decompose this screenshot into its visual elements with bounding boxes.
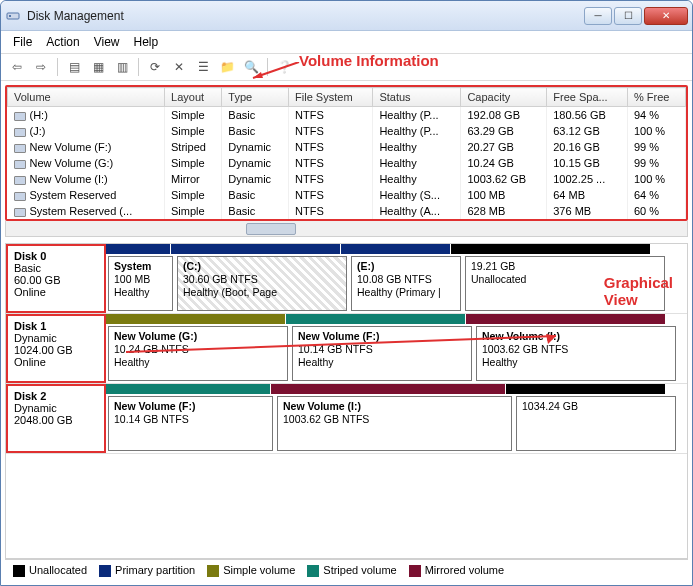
volume-box[interactable]: System100 MBHealthy <box>108 256 173 311</box>
stripe-segment <box>466 314 666 324</box>
forward-button[interactable]: ⇨ <box>31 57 51 77</box>
titlebar[interactable]: Disk Management ─ ☐ ✕ <box>1 1 692 31</box>
table-row[interactable]: System ReservedSimpleBasicNTFSHealthy (S… <box>8 187 686 203</box>
volume-box[interactable]: (C:)30.60 GB NTFSHealthy (Boot, Page <box>177 256 347 311</box>
disk-row: Disk 0Basic60.00 GBOnlineSystem100 MBHea… <box>6 244 687 314</box>
stripe-segment <box>171 244 341 254</box>
disk-row: Disk 2Dynamic2048.00 GBNew Volume (F:)10… <box>6 384 687 454</box>
column-header[interactable]: % Free <box>627 88 685 107</box>
table-row[interactable]: New Volume (G:)SimpleDynamicNTFSHealthy1… <box>8 155 686 171</box>
disk-management-window: Disk Management ─ ☐ ✕ File Action View H… <box>0 0 693 586</box>
legend-item: Primary partition <box>99 564 195 577</box>
stripe-segment <box>286 314 466 324</box>
volume-icon <box>14 128 26 137</box>
stripe-segment <box>271 384 506 394</box>
volume-icon <box>14 144 26 153</box>
stripe-segment <box>506 384 666 394</box>
minimize-button[interactable]: ─ <box>584 7 612 25</box>
stripe-segment <box>106 384 271 394</box>
refresh-button[interactable]: ⟳ <box>145 57 165 77</box>
legend-item: Mirrored volume <box>409 564 504 577</box>
volume-box[interactable]: New Volume (G:)10.24 GB NTFSHealthy <box>108 326 288 381</box>
graphical-view[interactable]: Graphical View Disk 0Basic60.00 GBOnline… <box>5 243 688 559</box>
legend-item: Striped volume <box>307 564 396 577</box>
volume-icon <box>14 192 26 201</box>
column-header[interactable]: File System <box>289 88 373 107</box>
table-row[interactable]: System Reserved (...SimpleBasicNTFSHealt… <box>8 203 686 219</box>
delete-button[interactable]: ✕ <box>169 57 189 77</box>
stripe-segment <box>451 244 651 254</box>
column-header[interactable]: Layout <box>165 88 222 107</box>
menu-action[interactable]: Action <box>46 35 79 49</box>
menu-view[interactable]: View <box>94 35 120 49</box>
table-row[interactable]: New Volume (F:)StripedDynamicNTFSHealthy… <box>8 139 686 155</box>
volume-box[interactable]: New Volume (I:)1003.62 GB NTFS <box>277 396 512 451</box>
explore-button[interactable]: 📁 <box>217 57 237 77</box>
back-button[interactable]: ⇦ <box>7 57 27 77</box>
disk-header[interactable]: Disk 2Dynamic2048.00 GB <box>6 384 106 453</box>
column-header[interactable]: Volume <box>8 88 165 107</box>
legend: UnallocatedPrimary partitionSimple volum… <box>5 559 688 581</box>
volume-box[interactable]: 1034.24 GB <box>516 396 676 451</box>
volume-icon <box>14 112 26 121</box>
table-row[interactable]: (H:)SimpleBasicNTFSHealthy (P...192.08 G… <box>8 107 686 124</box>
scrollbar-thumb[interactable] <box>246 223 296 235</box>
volume-box[interactable]: 19.21 GBUnallocated <box>465 256 665 311</box>
view-detail-button[interactable]: ▦ <box>88 57 108 77</box>
properties-button[interactable]: ☰ <box>193 57 213 77</box>
disk-header[interactable]: Disk 0Basic60.00 GBOnline <box>6 244 106 313</box>
disk-header[interactable]: Disk 1Dynamic1024.00 GBOnline <box>6 314 106 383</box>
volume-icon <box>14 160 26 169</box>
legend-swatch <box>13 565 25 577</box>
annotation-volume-info: Volume Information <box>299 52 439 69</box>
svg-rect-1 <box>9 15 11 17</box>
volume-box[interactable]: New Volume (F:)10.14 GB NTFS <box>108 396 273 451</box>
help-button[interactable]: ❔ <box>274 57 294 77</box>
view-list-button[interactable]: ▤ <box>64 57 84 77</box>
stripe-segment <box>106 314 286 324</box>
rescan-button[interactable]: 🔍 <box>241 57 261 77</box>
window-title: Disk Management <box>27 9 584 23</box>
legend-swatch <box>207 565 219 577</box>
volume-box[interactable]: New Volume (F:)10.14 GB NTFSHealthy <box>292 326 472 381</box>
stripe-segment <box>106 244 171 254</box>
volume-box[interactable]: New Volume (I:)1003.62 GB NTFSHealthy <box>476 326 676 381</box>
stripe-segment <box>341 244 451 254</box>
volume-list[interactable]: VolumeLayoutTypeFile SystemStatusCapacit… <box>5 85 688 221</box>
column-header[interactable]: Free Spa... <box>547 88 628 107</box>
svg-rect-0 <box>7 13 19 19</box>
menu-file[interactable]: File <box>13 35 32 49</box>
view-graphical-button[interactable]: ▥ <box>112 57 132 77</box>
column-header[interactable]: Capacity <box>461 88 547 107</box>
volume-icon <box>14 176 26 185</box>
content-area: VolumeLayoutTypeFile SystemStatusCapacit… <box>1 81 692 585</box>
legend-swatch <box>307 565 319 577</box>
app-icon <box>5 8 21 24</box>
table-row[interactable]: New Volume (I:)MirrorDynamicNTFSHealthy1… <box>8 171 686 187</box>
volume-box[interactable]: (E:)10.08 GB NTFSHealthy (Primary | <box>351 256 461 311</box>
column-headers: VolumeLayoutTypeFile SystemStatusCapacit… <box>8 88 686 107</box>
table-row[interactable]: (J:)SimpleBasicNTFSHealthy (P...63.29 GB… <box>8 123 686 139</box>
column-header[interactable]: Status <box>373 88 461 107</box>
legend-item: Simple volume <box>207 564 295 577</box>
toolbar: ⇦ ⇨ ▤ ▦ ▥ ⟳ ✕ ☰ 📁 🔍 ❔ Volume Information <box>1 54 692 81</box>
menu-help[interactable]: Help <box>134 35 159 49</box>
legend-swatch <box>99 565 111 577</box>
disk-row: Disk 1Dynamic1024.00 GBOnlineNew Volume … <box>6 314 687 384</box>
menubar: File Action View Help <box>1 31 692 54</box>
legend-swatch <box>409 565 421 577</box>
volume-icon <box>14 208 26 217</box>
horizontal-scrollbar[interactable] <box>5 221 688 237</box>
close-button[interactable]: ✕ <box>644 7 688 25</box>
maximize-button[interactable]: ☐ <box>614 7 642 25</box>
column-header[interactable]: Type <box>222 88 289 107</box>
legend-item: Unallocated <box>13 564 87 577</box>
